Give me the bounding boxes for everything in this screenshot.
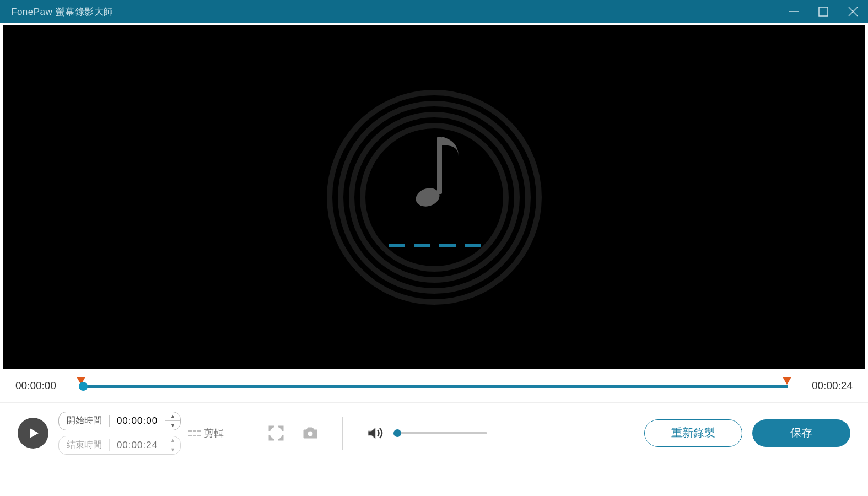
divider	[342, 417, 343, 450]
volume-control	[363, 421, 487, 445]
trim-end-marker[interactable]	[783, 377, 791, 385]
timeline-track[interactable]	[80, 380, 788, 391]
start-time-value[interactable]: 00:00:00	[110, 416, 165, 427]
timeline-end-label: 00:00:24	[800, 380, 853, 392]
svg-rect-12	[439, 244, 456, 247]
start-time-stepper[interactable]: ▲▼	[165, 412, 180, 430]
volume-knob[interactable]	[393, 429, 401, 437]
minimize-button[interactable]	[779, 0, 808, 23]
clip-label: 剪輯	[204, 427, 224, 440]
time-fields: 開始時間 00:00:00 ▲▼ 结束時間 00:00:24 ▲▼	[58, 412, 181, 455]
fullscreen-icon	[268, 425, 284, 441]
play-icon	[26, 427, 40, 440]
close-button[interactable]	[838, 0, 868, 23]
clip-button[interactable]: 剪輯	[188, 427, 224, 440]
camera-icon	[301, 425, 319, 441]
fullscreen-button[interactable]	[264, 421, 288, 445]
volume-icon	[366, 425, 383, 441]
svg-marker-14	[30, 428, 39, 438]
timeline: 00:00:00 00:00:24	[0, 369, 868, 402]
volume-button[interactable]	[363, 421, 387, 445]
divider	[244, 417, 244, 450]
audio-visual-icon	[319, 82, 550, 313]
controls-bar: 開始時間 00:00:00 ▲▼ 结束時間 00:00:24 ▲▼ 剪輯 重新錄…	[0, 402, 868, 463]
svg-point-15	[308, 431, 313, 436]
svg-marker-16	[368, 428, 375, 439]
play-button[interactable]	[18, 418, 48, 449]
svg-rect-1	[819, 7, 828, 16]
save-button[interactable]: 保存	[752, 419, 850, 447]
rerecord-button[interactable]: 重新錄製	[644, 419, 742, 447]
svg-rect-13	[465, 244, 481, 247]
titlebar: FonePaw 螢幕錄影大師	[0, 0, 868, 23]
end-time-field[interactable]: 结束時間 00:00:24 ▲▼	[58, 436, 181, 455]
start-time-field[interactable]: 開始時間 00:00:00 ▲▼	[58, 412, 181, 430]
app-title: FonePaw 螢幕錄影大師	[11, 6, 114, 18]
svg-rect-9	[437, 137, 442, 194]
snapshot-button[interactable]	[298, 421, 322, 445]
end-time-label: 结束時間	[59, 439, 110, 451]
maximize-button[interactable]	[808, 0, 838, 23]
clip-icon	[188, 430, 201, 436]
end-time-stepper[interactable]: ▲▼	[165, 436, 180, 454]
volume-slider[interactable]	[393, 432, 487, 434]
playhead[interactable]	[80, 383, 87, 390]
start-time-label: 開始時間	[59, 415, 110, 427]
window-controls	[779, 0, 868, 23]
media-preview	[3, 25, 865, 369]
svg-rect-10	[389, 244, 405, 247]
timeline-start-label: 00:00:00	[15, 380, 68, 392]
svg-rect-11	[414, 244, 430, 247]
end-time-value[interactable]: 00:00:24	[110, 440, 165, 451]
